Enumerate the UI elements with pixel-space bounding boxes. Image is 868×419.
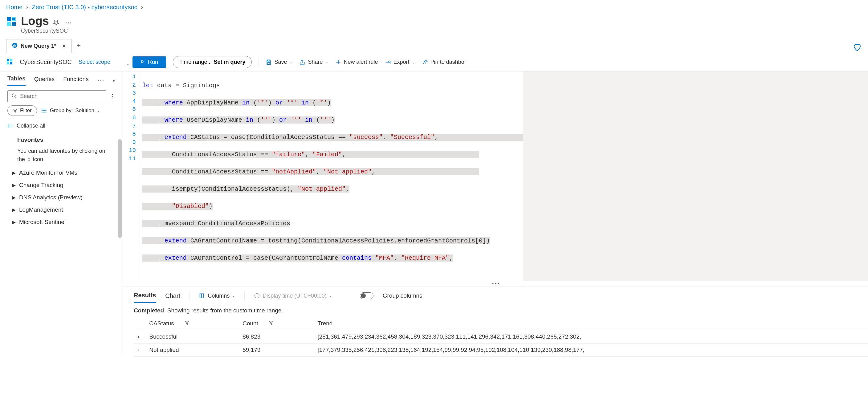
breadcrumb: Home › Zero Trust (TIC 3.0) - cybersecur…: [0, 0, 868, 13]
new-alert-button[interactable]: New alert rule: [335, 59, 378, 65]
collapse-all-button[interactable]: Collapse all: [0, 120, 53, 132]
export-button[interactable]: Export ⌄: [385, 59, 415, 65]
select-scope-link[interactable]: Select scope: [79, 59, 110, 65]
save-button[interactable]: Save ⌄: [266, 59, 292, 65]
results-tab-chart[interactable]: Chart: [165, 289, 180, 302]
status-detail: . Showing results from the custom time r…: [164, 307, 283, 314]
run-label: Run: [148, 59, 158, 65]
svg-point-2: [12, 18, 15, 20]
main-split: Tables Queries Functions ⋯ « ⋮ Filter Gr…: [0, 71, 868, 357]
svg-rect-36: [202, 294, 204, 298]
export-label: Export: [394, 59, 409, 65]
breadcrumb-path[interactable]: Zero Trust (TIC 3.0) - cybersecuritysoc: [32, 4, 137, 11]
columns-label: Columns: [208, 293, 229, 299]
resize-handle[interactable]: ⋮: [125, 62, 130, 65]
groupby-value: Solution: [75, 107, 94, 114]
svg-rect-9: [16, 45, 16, 47]
close-icon[interactable]: ✕: [62, 43, 66, 49]
caret-right-icon: ▶: [12, 220, 16, 225]
share-button[interactable]: Share ⌄: [299, 59, 328, 65]
sidebar-tab-functions[interactable]: Functions: [63, 76, 88, 86]
page-subtitle: CyberSecuritySOC: [21, 28, 72, 34]
collapse-all-label: Collapse all: [17, 123, 45, 129]
favorites-hint-suffix: icon: [33, 156, 43, 162]
chevron-down-icon: ⌄: [412, 60, 415, 64]
svg-rect-11: [10, 59, 12, 61]
save-label: Save: [274, 59, 287, 65]
svg-marker-38: [185, 321, 189, 325]
tree-label: LogManagement: [19, 206, 63, 213]
tree-item[interactable]: ▶Change Tracking: [9, 179, 123, 191]
search-input[interactable]: [7, 90, 106, 102]
svg-line-23: [15, 96, 16, 98]
search-field[interactable]: [20, 93, 102, 99]
sidebar-tab-tables[interactable]: Tables: [7, 75, 26, 86]
more-vertical-icon[interactable]: ⋮: [110, 93, 116, 100]
tree-item[interactable]: ▶LogManagement: [9, 204, 123, 216]
results-table: CAStatus Count Trend › Successful 86,823…: [134, 317, 868, 357]
sidebar-tab-queries[interactable]: Queries: [34, 76, 55, 86]
col-count[interactable]: Count: [243, 317, 317, 330]
col-trend[interactable]: Trend: [317, 317, 868, 330]
pin-icon[interactable]: [53, 15, 59, 27]
cell-trend: [281,361,479,293,234,362,458,304,189,323…: [317, 330, 868, 344]
tab-new-query[interactable]: New Query 1* ✕: [6, 39, 72, 53]
caret-right-icon: ▶: [12, 207, 16, 212]
status-completed: Completed: [134, 307, 164, 314]
svg-rect-0: [7, 17, 11, 21]
col-label: CAStatus: [149, 320, 174, 327]
editor-pane: 1 2 3 4 5 6 7 8 9 10 11 let data = Signi…: [123, 71, 868, 357]
filter-icon[interactable]: [269, 320, 274, 327]
scrollbar[interactable]: [118, 139, 122, 238]
expand-icon[interactable]: ›: [134, 333, 143, 340]
col-castatus[interactable]: CAStatus: [149, 317, 243, 330]
play-icon: [141, 59, 145, 65]
breadcrumb-home[interactable]: Home: [6, 4, 23, 11]
tree-label: Change Tracking: [19, 182, 63, 189]
svg-rect-5: [12, 24, 16, 26]
table-row[interactable]: › Successful 86,823 [281,361,479,293,234…: [134, 330, 868, 344]
star-icon: ☆: [27, 155, 31, 164]
table-row[interactable]: › Not applied 59,179 [177,379,335,256,42…: [134, 344, 868, 357]
code-area[interactable]: let data = SigninLogs | where AppDisplay…: [140, 71, 523, 281]
tree-label: Microsoft Sentinel: [19, 219, 66, 226]
caret-right-icon: ▶: [12, 195, 16, 200]
favorites-hint: You can add favorites by clicking on the…: [17, 147, 114, 164]
tree-item[interactable]: ▶Azure Monitor for VMs: [9, 167, 123, 179]
svg-marker-14: [142, 60, 144, 63]
svg-marker-24: [13, 109, 17, 112]
cell-castatus: Not applied: [149, 344, 243, 357]
page-title: Logs: [21, 14, 49, 28]
more-icon[interactable]: ⋯: [65, 16, 72, 27]
divider: [258, 58, 259, 67]
tree-label: Azure Monitor for VMs: [19, 169, 78, 176]
tree-item[interactable]: ▶Microsoft Sentinel: [9, 216, 123, 228]
tree-item[interactable]: ▶DNS Analytics (Preview): [9, 191, 123, 204]
pin-dashboard-button[interactable]: Pin to dashbo: [422, 59, 464, 65]
query-editor[interactable]: 1 2 3 4 5 6 7 8 9 10 11 let data = Signi…: [123, 71, 868, 281]
run-button[interactable]: Run: [132, 56, 166, 68]
columns-button[interactable]: Columns ⌄: [199, 293, 235, 299]
add-tab-button[interactable]: +: [72, 38, 86, 53]
chevron-down-icon: ⌄: [97, 108, 100, 113]
display-time-button[interactable]: Display time (UTC+00:00) ⌄: [254, 293, 332, 299]
results-tab-results[interactable]: Results: [134, 289, 156, 303]
svg-rect-4: [12, 22, 16, 24]
svg-marker-39: [269, 321, 273, 325]
expand-icon[interactable]: ›: [134, 347, 143, 353]
logs-icon: [6, 16, 17, 27]
collapse-panel-icon[interactable]: «: [113, 77, 116, 84]
ellipsis-icon[interactable]: • • •: [123, 281, 868, 287]
filter-button[interactable]: Filter: [7, 105, 37, 116]
group-columns-label: Group columns: [383, 292, 423, 299]
svg-line-21: [423, 63, 424, 64]
svg-point-22: [12, 94, 16, 97]
filter-icon[interactable]: [185, 320, 189, 327]
more-icon[interactable]: ⋯: [97, 77, 104, 85]
time-range-button[interactable]: Time range : Set in query: [173, 56, 252, 68]
groupby-button[interactable]: Group by: Solution ⌄: [41, 107, 100, 114]
favorites-title: Favorites: [17, 136, 114, 143]
chevron-right-icon: ›: [26, 4, 28, 10]
svg-rect-8: [14, 44, 15, 47]
group-columns-toggle[interactable]: [360, 292, 373, 299]
